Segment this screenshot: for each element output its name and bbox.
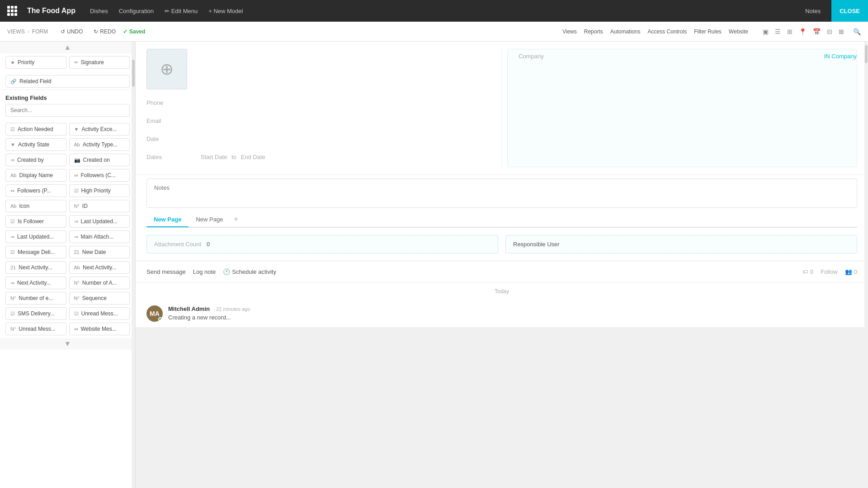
right-scrollbar[interactable] [864,42,868,488]
date-icon: 21 [10,265,16,270]
field-card-related[interactable]: 🔗 Related Field [5,75,130,88]
checkbox-icon: ☑ [10,219,15,225]
view-calendar-icon[interactable]: 📅 [811,27,822,36]
list-item[interactable]: ☑ Is Follower [5,215,66,228]
list-item[interactable]: ⇒ Created by [5,154,66,166]
avatar-upload[interactable]: ⊕ [146,49,187,89]
dropdown-icon: ▼ [74,127,79,132]
list-item[interactable]: 21 New Date [69,246,130,258]
existing-fields-title: Existing Fields [0,89,135,104]
checkbox-icon: ☑ [74,311,79,317]
follow-button[interactable]: Follow [821,268,838,275]
nav-dishes[interactable]: Dishes [90,8,108,14]
notes-button[interactable]: Notes [805,8,821,14]
nav-website[interactable]: Website [729,28,748,35]
nav-views[interactable]: Views [562,28,577,35]
tab-new-page-1[interactable]: New Page [146,212,189,227]
view-list-icon[interactable]: ☰ [773,27,783,36]
link-icon: 🔗 [10,79,17,84]
form-left: ⊕ Phone Email Date [146,49,502,167]
list-item[interactable]: ☑ SMS Delivery... [5,307,66,320]
end-date[interactable]: End Date [241,154,265,160]
tab-new-page-2[interactable]: New Page [189,212,230,227]
send-message-button[interactable]: Send message [146,267,186,277]
list-item[interactable]: N° Number of A... [69,277,130,289]
chatter-right: 🏷 0 Follow 👥 0 [802,268,857,275]
list-item[interactable]: ⇒ Main Attach... [69,230,130,243]
nav-configuration[interactable]: Configuration [119,8,154,14]
second-nav: VIEWS › FORM ↺ UNDO ↻ REDO ✓ Saved Views… [0,22,868,42]
field-search-input[interactable] [5,104,130,117]
nav-reports[interactable]: Reports [584,28,603,35]
list-item[interactable]: ☑ Action Needed [5,123,66,136]
list-item[interactable]: ☑ Unread Mess... [69,307,130,320]
list-item[interactable]: ⇒ Last Updated... [5,230,66,243]
nav-filter-rules[interactable]: Filter Rules [694,28,722,35]
nav-edit-menu[interactable]: ✏ Edit Menu [165,8,198,14]
view-pivot-icon[interactable]: ⊠ [837,27,846,36]
undo-button[interactable]: ↺ UNDO [57,27,86,37]
number-icon: N° [74,203,80,209]
list-item[interactable]: Ab Activity Type... [69,138,130,151]
nav-new-model[interactable]: + New Model [208,8,243,14]
list-item[interactable]: ⇒ Last Updated... [69,215,130,228]
notes-input[interactable] [147,179,857,206]
list-item[interactable]: ▼ Activity Exce... [69,123,130,136]
list-item[interactable]: N° ID [69,200,130,212]
company-value[interactable]: IN Company [824,53,857,60]
schedule-activity-button[interactable]: 🕐 Schedule activity [223,267,276,277]
tabs-bar: New Page New Page + [146,211,857,228]
m2m-icon: ⇔ [74,326,78,332]
list-item[interactable]: Ab Display Name [5,169,66,182]
list-item[interactable]: ☑ High Priority [69,184,130,197]
nav-automations[interactable]: Automations [610,28,641,35]
list-item[interactable]: ⇔ Website Mes... [69,323,130,335]
list-item[interactable]: ☑ Message Deli... [5,246,66,258]
list-item[interactable]: 21 Next Activity... [5,261,66,274]
list-item[interactable]: N° Sequence [69,292,130,305]
sidebar-scrollbar[interactable] [132,42,135,488]
list-item[interactable]: ⇔ Followers (C... [69,169,130,182]
scroll-down-button[interactable]: ▼ [0,338,135,350]
msg-text: Creating a new record... [168,314,857,321]
view-map-icon[interactable]: 📍 [797,27,808,36]
view-grid-icon[interactable]: ⊞ [785,27,794,36]
list-item[interactable]: Ab Icon [5,200,66,212]
list-item[interactable]: Ab Next Activity... [69,261,130,274]
company-label: Company [519,53,544,60]
list-item[interactable]: ⇒ Next Activity... [5,277,66,289]
related-field-section: 🔗 Related Field [0,71,135,89]
field-card-signature[interactable]: ✏ Signature [69,56,130,69]
search-icon[interactable]: 🔍 [853,28,861,35]
scroll-up-button[interactable]: ▲ [0,42,135,53]
list-item[interactable]: N° Number of e... [5,292,66,305]
view-form-icon[interactable]: ▣ [761,27,770,36]
followers-button[interactable]: 🏷 0 [802,268,813,275]
responsible-label: Responsible User [513,241,560,248]
number-icon: N° [74,280,80,286]
redo-button[interactable]: ↻ REDO [90,27,119,37]
right-scrollbar-thumb[interactable] [865,45,868,63]
nav-access-controls[interactable]: Access Controls [647,28,687,35]
log-note-button[interactable]: Log note [193,267,216,277]
responsible-user-block[interactable]: Responsible User [505,235,857,253]
dates-row: Dates Start Date to End Date [146,149,491,164]
close-button[interactable]: CLOSE [831,0,868,22]
text-icon: Ab [74,265,80,270]
list-item[interactable]: ▼ Activity State [5,138,66,151]
list-item[interactable]: N° Unread Mess... [5,323,66,335]
sidebar-scrollbar-thumb[interactable] [132,60,135,87]
members-button[interactable]: 👥 0 [845,268,857,275]
checkbox-icon: ☑ [10,249,15,255]
grid-icon[interactable] [7,6,16,16]
list-item[interactable]: 📷 Created on [69,154,130,166]
breadcrumb-views[interactable]: VIEWS [7,28,25,35]
list-item[interactable]: ⇔ Followers (P... [5,184,66,197]
today-divider: Today [136,283,868,300]
tab-add-button[interactable]: + [230,211,241,227]
dates-label: Dates [146,154,201,160]
start-date[interactable]: Start Date [201,154,227,160]
field-card-priority[interactable]: ★ Priority [5,56,66,69]
camera-icon: 📷 [74,157,80,163]
view-spreadsheet-icon[interactable]: ⊟ [825,27,834,36]
